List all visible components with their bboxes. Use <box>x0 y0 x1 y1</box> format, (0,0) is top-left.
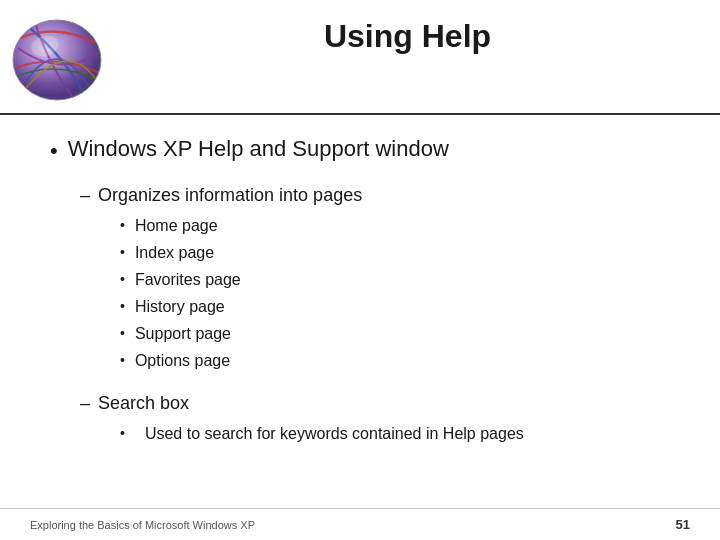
list-item: • Favorites page <box>120 268 670 292</box>
bullet-dot: • <box>120 215 125 236</box>
page-label: History page <box>135 295 225 319</box>
bullet-dot: • <box>120 423 125 444</box>
title-area: Using Help <box>125 18 690 55</box>
list-item: • Support page <box>120 322 670 346</box>
list-item: • History page <box>120 295 670 319</box>
bullet-dot: • <box>120 269 125 290</box>
organizes-heading: – Organizes information into pages <box>80 183 670 208</box>
list-item: • Used to search for keywords contained … <box>120 422 670 446</box>
logo-image <box>10 18 105 103</box>
list-item: • Index page <box>120 241 670 265</box>
page-label: Favorites page <box>135 268 241 292</box>
search-heading: – Search box <box>80 391 670 416</box>
page-number: 51 <box>676 517 690 532</box>
slide-content: • Windows XP Help and Support window – O… <box>0 115 720 508</box>
list-item: • Options page <box>120 349 670 373</box>
search-bullet-text: Used to search for keywords contained in… <box>145 422 524 446</box>
page-label: Options page <box>135 349 230 373</box>
footer-text: Exploring the Basics of Microsoft Window… <box>30 519 255 531</box>
bullet-dot: • <box>120 350 125 371</box>
main-bullet-text: Windows XP Help and Support window <box>68 135 449 164</box>
main-bullet-item: • Windows XP Help and Support window <box>50 135 670 166</box>
bullet-dot: • <box>120 296 125 317</box>
dash-icon: – <box>80 183 90 208</box>
page-label: Home page <box>135 214 218 238</box>
search-heading-text: Search box <box>98 391 189 416</box>
bullet-dot: • <box>50 137 58 166</box>
dash-icon: – <box>80 391 90 416</box>
slide-footer: Exploring the Basics of Microsoft Window… <box>0 508 720 540</box>
pages-list: • Home page • Index page • Favorites pag… <box>120 214 670 373</box>
slide-header: Using Help <box>0 0 720 115</box>
slide-title: Using Help <box>324 18 491 55</box>
page-label: Index page <box>135 241 214 265</box>
page-label: Support page <box>135 322 231 346</box>
list-item: • Home page <box>120 214 670 238</box>
organizes-section: – Organizes information into pages • Hom… <box>80 183 670 373</box>
bullet-dot: • <box>120 242 125 263</box>
search-section: – Search box • Used to search for keywor… <box>80 391 670 446</box>
slide-container: Using Help • Windows XP Help and Support… <box>0 0 720 540</box>
organizes-heading-text: Organizes information into pages <box>98 183 362 208</box>
bullet-dot: • <box>120 323 125 344</box>
search-bullets: • Used to search for keywords contained … <box>120 422 670 446</box>
